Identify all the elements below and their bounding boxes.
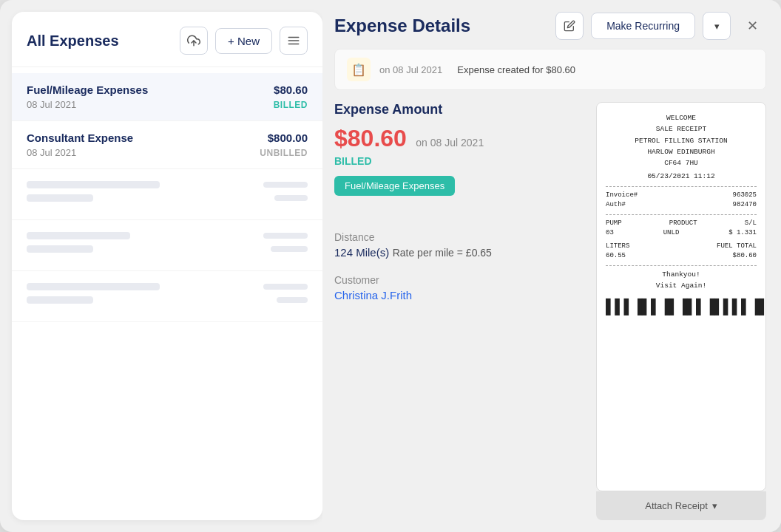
activity-banner: 📋 on 08 Jul 2021 Expense created for $80… [334,49,766,90]
skeleton-group [12,271,322,322]
receipt-liters-value: 60.55 [606,251,626,262]
customer-field: Customer Christina J.Frith [334,274,581,301]
skeleton-group [12,169,322,220]
distance-label: Distance [334,231,581,243]
receipt-auth-row: Auth# 982470 [606,200,757,211]
receipt-fuel-total-label: FUEL TOTAL [717,242,757,252]
chevron-down-icon: ▾ [714,21,720,32]
dropdown-button[interactable]: ▾ [703,12,731,40]
make-recurring-button[interactable]: Make Recurring [591,13,695,39]
attach-receipt-label: Attach Receipt [645,500,708,511]
activity-date: on 08 Jul 2021 [379,64,442,75]
new-button[interactable]: + New [215,28,272,54]
receipt-fuel-total-value: $80.60 [733,251,757,262]
distance-value: 124 Mile(s) [334,246,389,259]
receipt-barcode: ▌▌▌▐▌▌▐▌▐▌▌▐▌▌▌▌▐▌ [606,296,757,320]
receipt-line4: HARLOW EDINBURGH [606,147,757,157]
receipt-product-value: UNLD [663,228,680,239]
receipt-panel: WELCOME SALE RECEIPT PETROL FILLING STAT… [596,102,766,520]
expense-amount-date: on 08 Jul 2021 [416,137,484,149]
expense-amount: $80.60 [334,125,407,151]
receipt-product-label: PRODUCT [669,219,697,229]
receipt-sl-value: $ 1.331 [728,228,757,239]
receipt-thanks2: Visit Again! [606,281,757,291]
receipt-invoice-label: Invoice# [606,191,638,201]
list-item[interactable]: Consultant Expense $800.00 08 Jul 2021 U… [12,121,322,169]
receipt-pump-row: PUMP PRODUCT S/L [606,219,757,229]
right-panel: Expense Details Make Recurring ▾ ✕ 📋 on … [322,0,781,532]
receipt-datetime: 05/23/2021 11:12 [606,171,757,182]
receipt-line1: WELCOME [606,113,757,123]
expense-list: Fuel/Mileage Expenses $80.60 08 Jul 2021… [12,67,322,520]
activity-icon: 📋 [347,58,371,81]
menu-button[interactable] [280,27,308,55]
receipt-line5: CF64 7HU [606,158,757,168]
left-panel: All Expenses + New F [12,12,322,520]
receipt-invoice-value: 963025 [733,191,757,201]
receipt-line3: PETROL FILLING STATION [606,136,757,146]
attach-receipt-button[interactable]: Attach Receipt ▾ [596,491,766,520]
rate-text: Rate per mile = £0.65 [393,247,492,259]
detail-content: Expense Amount $80.60 on 08 Jul 2021 BIL… [334,102,766,520]
receipt-invoice-row: Invoice# 963025 [606,191,757,201]
activity-text: Expense created for $80.60 [457,64,575,75]
receipt-liters-row: LITERS FUEL TOTAL [606,242,757,252]
right-header: Expense Details Make Recurring ▾ ✕ [334,12,766,40]
close-icon: ✕ [747,18,758,34]
receipt-liters-values: 60.55 $80.60 [606,251,757,262]
upload-button[interactable] [180,27,208,55]
all-expenses-title: All Expenses [27,33,172,50]
customer-value[interactable]: Christina J.Frith [334,289,581,301]
customer-label: Customer [334,274,581,286]
distance-field: Distance 124 Mile(s) Rate per mile = £0.… [334,231,581,259]
detail-title: Expense Details [334,16,548,36]
receipt-thanks1: Thankyou! [606,270,757,280]
expense-amount-section-title: Expense Amount [334,102,581,117]
receipt-line2: SALE RECEIPT [606,124,757,134]
receipt-pump-label: PUMP [606,219,622,229]
attach-receipt-chevron-icon: ▾ [712,500,717,511]
receipt-liters-label: LITERS [606,242,629,252]
receipt-card: WELCOME SALE RECEIPT PETROL FILLING STAT… [596,102,766,491]
receipt-pump-value: 03 [606,228,614,239]
category-tag[interactable]: Fuel/Mileage Expenses [334,176,455,196]
close-button[interactable]: ✕ [738,12,766,40]
receipt-sl-label: S/L [745,219,757,229]
list-item[interactable]: Fuel/Mileage Expenses $80.60 08 Jul 2021… [12,73,322,121]
status-badge: BILLED [334,155,581,167]
left-header: All Expenses + New [12,12,322,67]
receipt-auth-label: Auth# [606,200,626,211]
skeleton-group [12,220,322,271]
receipt-pump-values: 03 UNLD $ 1.331 [606,228,757,239]
edit-button[interactable] [555,12,584,40]
receipt-auth-value: 982470 [733,200,757,211]
detail-left: Expense Amount $80.60 on 08 Jul 2021 BIL… [334,102,581,520]
